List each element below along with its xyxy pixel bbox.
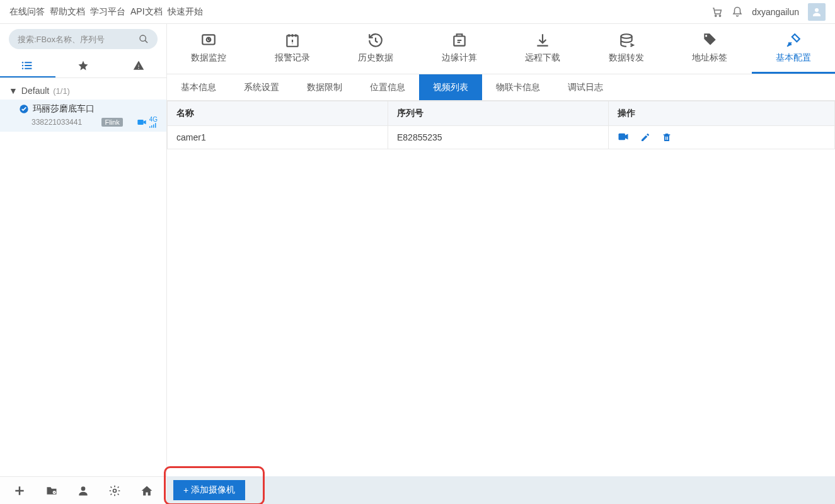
view-tab-alert[interactable] xyxy=(111,54,166,77)
device-item[interactable]: 玛丽莎磨底车口 338221033441 Flink 4G xyxy=(0,100,166,132)
subtab-location-info[interactable]: 位置信息 xyxy=(356,74,419,100)
cell-name: camer1 xyxy=(168,126,388,149)
device-serial: 338221033441 xyxy=(19,118,82,127)
add-icon[interactable] xyxy=(13,484,26,497)
delete-icon[interactable] xyxy=(662,132,672,142)
svg-point-0 xyxy=(715,14,717,16)
tab-alarm-record[interactable]: 报警记录 xyxy=(251,24,335,74)
svg-point-14 xyxy=(54,491,55,493)
svg-point-15 xyxy=(81,486,86,491)
col-action: 操作 xyxy=(609,101,835,126)
sidebar: ▼ Default (1/1) 玛丽莎磨底车口 338221033441 Fli… xyxy=(0,24,167,504)
nav-link-learn[interactable]: 学习平台 xyxy=(90,6,125,18)
svg-rect-23 xyxy=(619,134,626,140)
tab-label: 远程下载 xyxy=(525,52,560,64)
subtab-iot-card[interactable]: 物联卡信息 xyxy=(482,74,554,100)
add-camera-button[interactable]: + 添加摄像机 xyxy=(173,480,245,500)
sidebar-bottom-toolbar xyxy=(0,476,166,504)
col-serial: 序列号 xyxy=(388,101,609,126)
subtab-data-limit[interactable]: 数据限制 xyxy=(293,74,356,100)
tab-remote-download[interactable]: 远程下载 xyxy=(501,24,585,74)
top-nav-links: 在线问答 帮助文档 学习平台 API文档 快速开始 xyxy=(9,6,203,18)
group-name: Default xyxy=(21,86,49,96)
tab-label: 数据转发 xyxy=(609,52,644,64)
tab-label: 基本配置 xyxy=(776,52,811,64)
svg-point-3 xyxy=(140,35,146,41)
icon-tabs: 数据监控 报警记录 历史数据 边缘计算 远程下载 数据转发 xyxy=(167,24,835,74)
cell-actions xyxy=(609,126,835,149)
avatar[interactable] xyxy=(808,3,826,21)
svg-rect-9 xyxy=(149,127,151,128)
status-check-icon xyxy=(19,104,29,114)
svg-point-5 xyxy=(22,64,23,66)
device-tree: ▼ Default (1/1) 玛丽莎磨底车口 338221033441 Fli… xyxy=(0,78,166,476)
plus-icon: + xyxy=(183,485,188,495)
top-nav: 在线问答 帮助文档 学习平台 API文档 快速开始 dxyangailun xyxy=(0,0,835,24)
search-box[interactable] xyxy=(9,29,158,49)
camera-icon xyxy=(137,118,147,126)
add-camera-label: 添加摄像机 xyxy=(191,484,235,496)
nav-link-qa[interactable]: 在线问答 xyxy=(9,6,45,18)
gear-icon[interactable] xyxy=(108,484,121,497)
col-name: 名称 xyxy=(168,101,388,126)
home-icon[interactable] xyxy=(141,484,153,497)
bell-icon[interactable] xyxy=(732,6,743,18)
svg-rect-10 xyxy=(151,125,153,128)
content-area: 数据监控 报警记录 历史数据 边缘计算 远程下载 数据转发 xyxy=(167,24,835,504)
tab-label: 地址标签 xyxy=(692,52,727,64)
svg-rect-11 xyxy=(153,125,154,128)
view-tab-favorite[interactable] xyxy=(55,54,111,77)
svg-point-21 xyxy=(621,34,631,38)
flink-badge: Flink xyxy=(101,118,122,127)
bottom-action-bar: + 添加摄像机 xyxy=(167,476,835,504)
svg-point-6 xyxy=(22,67,23,69)
table-row: camer1 E82855235 xyxy=(168,126,835,149)
tab-basic-config[interactable]: 基本配置 xyxy=(752,24,836,74)
tab-history-data[interactable]: 历史数据 xyxy=(334,24,418,74)
svg-point-1 xyxy=(720,14,721,16)
tab-label: 数据监控 xyxy=(191,52,226,64)
subtab-debug-log[interactable]: 调试日志 xyxy=(554,74,617,100)
warning-icon xyxy=(133,60,144,71)
search-icon[interactable] xyxy=(139,34,149,44)
video-play-icon[interactable] xyxy=(618,132,629,142)
svg-rect-8 xyxy=(137,120,143,125)
search-input[interactable] xyxy=(18,35,139,44)
user-icon[interactable] xyxy=(77,484,89,497)
sub-tabs: 基本信息 系统设置 数据限制 位置信息 视频列表 物联卡信息 调试日志 xyxy=(167,74,835,101)
svg-point-2 xyxy=(815,8,819,12)
folder-settings-icon[interactable] xyxy=(45,484,58,497)
subtab-system-settings[interactable]: 系统设置 xyxy=(230,74,293,100)
tab-data-monitor[interactable]: 数据监控 xyxy=(167,24,251,74)
tab-data-forward[interactable]: 数据转发 xyxy=(585,24,669,74)
tab-edge-compute[interactable]: 边缘计算 xyxy=(418,24,502,74)
tree-group-default[interactable]: ▼ Default (1/1) xyxy=(0,82,166,100)
svg-point-16 xyxy=(113,489,117,492)
tab-address-tag[interactable]: 地址标签 xyxy=(668,24,752,74)
edit-icon[interactable] xyxy=(640,132,650,142)
tab-label: 报警记录 xyxy=(275,52,310,64)
nav-link-api[interactable]: API文档 xyxy=(130,6,163,18)
sidebar-view-tabs xyxy=(0,54,166,78)
nav-link-help[interactable]: 帮助文档 xyxy=(50,6,85,18)
table-header-row: 名称 序列号 操作 xyxy=(168,101,835,126)
username-label[interactable]: dxyangailun xyxy=(752,7,799,17)
group-count: (1/1) xyxy=(53,86,70,96)
svg-rect-12 xyxy=(155,123,156,128)
tab-label: 历史数据 xyxy=(358,52,393,64)
cell-serial: E82855235 xyxy=(388,126,609,149)
subtab-basic-info[interactable]: 基本信息 xyxy=(167,74,230,100)
subtab-video-list[interactable]: 视频列表 xyxy=(419,74,482,100)
signal-icon: 4G xyxy=(149,117,158,128)
top-nav-right: dxyangailun xyxy=(711,3,826,21)
svg-point-4 xyxy=(22,62,23,63)
tab-label: 边缘计算 xyxy=(442,52,477,64)
cart-icon[interactable] xyxy=(711,6,723,18)
view-tab-list[interactable] xyxy=(0,54,55,77)
chevron-down-icon: ▼ xyxy=(9,86,18,96)
list-icon xyxy=(21,60,34,71)
nav-link-quickstart[interactable]: 快速开始 xyxy=(168,6,203,18)
star-icon xyxy=(78,60,89,71)
svg-point-22 xyxy=(788,43,790,45)
device-name: 玛丽莎磨底车口 xyxy=(33,103,95,115)
